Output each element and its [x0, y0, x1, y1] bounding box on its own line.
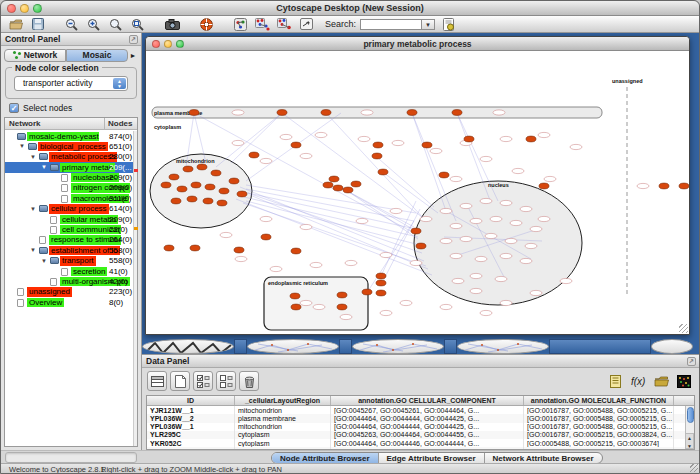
cytoplasm-node-label-oval[interactable]	[340, 314, 352, 319]
unassigned-node[interactable]	[659, 183, 669, 189]
network-canvas[interactable]: plasma membranecytoplasmmitochondrionnuc…	[146, 51, 689, 334]
nucleus-node-label-oval[interactable]	[452, 278, 464, 283]
tree-expand-arrow-icon[interactable]: ▼	[19, 143, 25, 149]
cytoplasm-node[interactable]	[378, 169, 388, 175]
table-row[interactable]: YKR052Ccytoplasm[GO:0044464, GO:0044446,…	[147, 439, 685, 447]
table-cell-id[interactable]: YJR121W__1	[147, 406, 235, 414]
membrane-node[interactable]	[189, 110, 199, 116]
membrane-node[interactable]	[321, 110, 331, 116]
tree-expand-arrow-icon[interactable]: ▼	[30, 247, 36, 253]
table-cell-component[interactable]: [GO:0045267, GO:0045261, GO:0044464, G..…	[331, 406, 524, 414]
nucleus-node-label-oval[interactable]	[525, 243, 537, 248]
table-cell-region[interactable]: mitochondrion	[235, 406, 331, 414]
column-header[interactable]: annotation.GO CELLULAR_COMPONENT	[331, 396, 524, 405]
cytoplasm-node[interactable]	[249, 152, 259, 158]
mitochondrion-node[interactable]	[169, 174, 179, 180]
cytoplasm-node[interactable]	[539, 183, 549, 189]
zoom-out-icon[interactable]	[63, 17, 81, 31]
network-edge[interactable]	[384, 173, 438, 213]
table-cell-component[interactable]: [GO:0044464, GO:0044446, GO:0044444, G..…	[331, 439, 524, 447]
cytoplasm-node[interactable]	[291, 248, 301, 254]
table-cell-function[interactable]: [GO:0016787, GO:0005488, GO:0005215, G..…	[524, 447, 674, 449]
cytoplasm-node-label-oval[interactable]	[358, 136, 370, 141]
cytoplasm-node[interactable]	[439, 172, 449, 178]
table-row[interactable]: YLR295Ccytoplasm[GO:0045263, GO:0044464,…	[147, 431, 685, 439]
tree-row[interactable]: ▼transport558(0)	[5, 256, 133, 266]
cytoplasm-node[interactable]	[329, 176, 339, 182]
tree-row[interactable]: multi-organism pro42(0)	[5, 276, 133, 286]
mitochondrion-node[interactable]	[191, 182, 201, 188]
float-panel-icon[interactable]: ↗	[687, 357, 696, 366]
nucleus-node-label-oval[interactable]	[440, 208, 452, 213]
cytoplasm-node[interactable]	[362, 289, 372, 295]
mitochondrion-node[interactable]	[219, 188, 229, 194]
tree-row-label[interactable]: Overview	[27, 298, 64, 307]
tree-row[interactable]: macromolecule311(0)	[5, 193, 133, 203]
er-node-label-oval[interactable]	[313, 304, 325, 309]
column-header[interactable]: annotation.GO MOLECULAR_FUNCTION	[524, 396, 674, 405]
manage-networks-icon[interactable]	[297, 17, 315, 31]
nucleus-node-label-oval[interactable]	[480, 198, 492, 203]
tree-scrollbar[interactable]	[133, 131, 137, 446]
table-cell-region[interactable]: mitochondrion	[235, 423, 331, 431]
cytoplasm-node-label-oval[interactable]	[500, 300, 512, 305]
float-panel-icon[interactable]: ↗	[129, 35, 138, 44]
cytoplasm-node-label-oval[interactable]	[392, 140, 404, 145]
tab-overflow-arrow[interactable]: ►	[128, 52, 138, 59]
zoom-selected-icon[interactable]	[107, 17, 125, 31]
cytoplasm-node[interactable]	[190, 245, 200, 251]
network-edge[interactable]	[246, 185, 416, 213]
nucleus-node-label-oval[interactable]	[510, 220, 522, 225]
minimized-window-preview[interactable]	[142, 339, 234, 354]
cytoplasm-node-label-oval[interactable]	[470, 288, 482, 293]
tree-row-label[interactable]: unassigned	[27, 287, 72, 296]
minimized-window-titlebar[interactable]	[549, 339, 651, 354]
annotations-icon[interactable]	[439, 17, 457, 31]
unassigned-node-label-oval[interactable]	[637, 183, 649, 188]
zoom-fit-icon[interactable]	[129, 17, 147, 31]
attribute-matrix-icon[interactable]	[674, 371, 694, 391]
minimized-window-preview[interactable]	[457, 339, 549, 354]
tab-network[interactable]: Network	[4, 49, 66, 62]
cytoplasm-node-label-oval[interactable]	[390, 208, 402, 213]
tab-network-attribute-browser[interactable]: Network Attribute Browser	[485, 453, 602, 463]
mitochondrion-node[interactable]	[229, 178, 239, 184]
nucleus-node-label-oval[interactable]	[470, 273, 482, 278]
tab-node-attribute-browser[interactable]: Node Attribute Browser	[272, 453, 379, 463]
network-edge[interactable]	[326, 113, 426, 221]
nucleus-node-label-oval[interactable]	[530, 226, 542, 231]
nucleus-node-label-oval[interactable]	[495, 276, 507, 281]
mitochondrion-node[interactable]	[183, 166, 193, 172]
cytoplasm-node-label-oval[interactable]	[232, 140, 244, 145]
cytoplasm-node-label-oval[interactable]	[300, 153, 312, 158]
er-node[interactable]	[291, 304, 301, 310]
tree-row-label[interactable]: cellular process	[49, 204, 109, 213]
cytoplasm-node[interactable]	[291, 142, 301, 148]
cytoplasm-node[interactable]	[372, 153, 382, 159]
cytoplasm-node-label-oval[interactable]	[450, 176, 462, 181]
minimized-window-preview[interactable]	[651, 339, 693, 354]
new-network-from-selection-icon[interactable]	[275, 17, 293, 31]
tree-row[interactable]: secretion41(0)	[5, 266, 133, 276]
tree-row[interactable]: nitrogen compo209(0)	[5, 183, 133, 193]
table-cell-component[interactable]: [GO:0044464, GO:0044444, GO:0044425, G..…	[331, 423, 524, 431]
cytoplasm-node-label-oval[interactable]	[220, 232, 232, 237]
table-cell-id[interactable]: YPL036W__1	[147, 423, 235, 431]
cytoplasm-node-label-oval[interactable]	[544, 176, 556, 181]
cytoplasm-node-label-oval[interactable]	[300, 300, 312, 305]
table-cell-region[interactable]: mitochondrion	[235, 447, 331, 449]
tree-row[interactable]: mosaic-demo-yeast874(0)	[5, 131, 133, 141]
tree-expand-arrow-icon[interactable]: ▼	[41, 258, 47, 264]
table-cell-id[interactable]: YPL036W__2	[147, 414, 235, 422]
table-cell-function[interactable]: [GO:0016787, GO:0005488, GO:0005215, G..…	[524, 423, 674, 431]
column-header[interactable]: _cellularLayoutRegion	[235, 396, 331, 405]
network-edge[interactable]	[242, 191, 422, 253]
membrane-node-label-oval[interactable]	[232, 110, 244, 115]
membrane-node-label-oval[interactable]	[361, 110, 373, 115]
search-input[interactable]	[360, 19, 422, 30]
table-cell-component[interactable]: [GO:0045263, GO:0044464, GO:0044455, G..…	[331, 431, 524, 439]
network-edge[interactable]	[246, 189, 414, 221]
mitochondrion-node[interactable]	[203, 198, 213, 204]
graphics-details-icon[interactable]	[231, 17, 249, 31]
cytoplasm-node[interactable]	[376, 273, 386, 279]
